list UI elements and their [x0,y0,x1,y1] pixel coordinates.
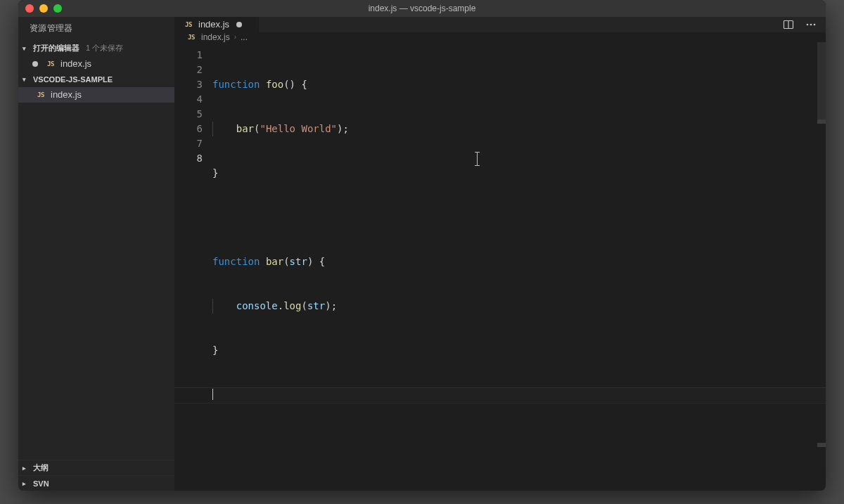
editor-tab[interactable]: JS index.js [174,17,259,32]
minimize-window-button[interactable] [39,4,48,13]
close-window-button[interactable] [25,4,34,13]
code-line[interactable]: bar("Hello World"); [212,122,826,136]
svn-section[interactable]: ▸ SVN [18,475,174,491]
breadcrumb-more[interactable]: ... [241,32,248,42]
svg-point-4 [814,24,816,26]
file-name: index.js [51,89,82,100]
outline-section[interactable]: ▸ 大纲 [18,460,174,475]
js-file-icon: JS [183,20,194,30]
breadcrumbs[interactable]: JS index.js › ... [174,32,826,42]
line-numbers: 1 2 3 4 5 6 7 8 [174,42,210,491]
js-file-icon: JS [186,32,197,42]
line-number: 1 [174,48,203,63]
explorer-header: 资源管理器 [18,17,174,41]
chevron-right-icon: ▸ [23,480,30,487]
code-line[interactable] [212,387,826,402]
outline-label: 大纲 [33,463,49,473]
breadcrumb-file[interactable]: index.js [201,32,230,42]
code-line[interactable]: } [212,343,826,358]
tab-label: index.js [198,19,229,30]
more-actions-button[interactable] [803,17,819,32]
main-layout: 资源管理器 ▾ 打开的编辑器 1 个未保存 JS index.js ▾ VSCO… [18,17,826,491]
chevron-down-icon: ▾ [23,76,30,83]
ibeam-cursor [477,153,478,165]
open-editor-item[interactable]: JS index.js [18,56,174,72]
sidebar: 资源管理器 ▾ 打开的编辑器 1 个未保存 JS index.js ▾ VSCO… [18,17,174,491]
line-number: 8 [174,151,203,166]
open-editors-tree: JS index.js [18,56,174,72]
overview-ruler[interactable] [817,42,826,119]
sidebar-spacer [18,103,174,460]
unsaved-dot-icon [236,22,242,27]
editor-area: JS index.js [174,17,826,491]
tab-actions [774,17,826,32]
split-editor-button[interactable] [781,17,796,32]
unsaved-dot-icon [32,61,38,67]
code-line[interactable]: console.log(str); [212,299,826,314]
js-file-icon: JS [45,59,56,69]
code-line[interactable]: } [212,166,826,181]
open-editors-label: 打开的编辑器 [33,43,79,53]
app-window: index.js — vscode-js-sample 资源管理器 ▾ 打开的编… [18,0,826,491]
workspace-section[interactable]: ▾ VSCODE-JS-SAMPLE [18,72,174,87]
line-number: 7 [174,136,203,151]
svg-point-2 [807,24,809,26]
line-number: 6 [174,122,203,136]
svn-label: SVN [33,479,49,488]
workspace-label: VSCODE-JS-SAMPLE [33,75,113,84]
tab-bar: JS index.js [174,17,826,32]
workspace-tree: JS index.js [18,87,174,103]
line-number: 2 [174,63,203,77]
code-line[interactable] [212,210,826,225]
overview-ruler-mark [817,119,826,124]
breadcrumb-separator-icon: › [234,33,236,41]
line-number: 5 [174,107,203,122]
maximize-window-button[interactable] [53,4,62,13]
text-cursor [212,389,213,400]
svg-point-3 [810,24,812,26]
sidebar-bottom-sections: ▸ 大纲 ▸ SVN [18,460,174,491]
overview-ruler-mark [817,443,826,447]
window-controls [18,4,62,13]
window-title: index.js — vscode-js-sample [18,4,826,13]
code-line[interactable]: function bar(str) { [212,254,826,269]
titlebar[interactable]: index.js — vscode-js-sample [18,0,826,17]
chevron-down-icon: ▾ [23,45,30,52]
line-number: 3 [174,77,203,92]
js-file-icon: JS [35,90,46,100]
file-item[interactable]: JS index.js [18,87,174,103]
open-editors-section[interactable]: ▾ 打开的编辑器 1 个未保存 [18,41,174,56]
explorer-title: 资源管理器 [30,22,73,34]
code-line[interactable]: function foo() { [212,77,826,92]
code-content[interactable]: function foo() { bar("Hello World"); } f… [210,42,826,491]
open-editor-name: index.js [60,58,91,69]
chevron-right-icon: ▸ [23,465,30,472]
unsaved-badge: 1 个未保存 [86,43,123,53]
line-number: 4 [174,92,203,107]
code-editor[interactable]: 1 2 3 4 5 6 7 8 function foo() { bar("He… [174,42,826,491]
